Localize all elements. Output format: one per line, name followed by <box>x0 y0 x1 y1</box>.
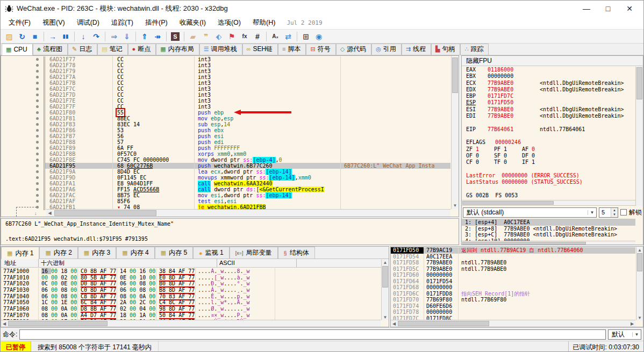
stop-icon[interactable]: ■ <box>28 31 41 42</box>
disasm-row[interactable]: 6AD21F8756push esi <box>1 133 450 139</box>
tab-symbols[interactable]: ⊟符号 <box>306 44 335 55</box>
tab-memory-map[interactable]: ▦内存布局 <box>156 44 199 55</box>
disasm-hscroll-left-icon[interactable]: ◀ <box>46 210 53 217</box>
stack-vscrollbar[interactable]: ▲ ▼ <box>636 247 643 320</box>
registers-hscrollbar[interactable] <box>462 200 635 206</box>
function-icon[interactable]: fx <box>238 31 251 42</box>
dump-vscroll-down-icon[interactable]: ▼ <box>382 314 389 320</box>
dump-hscroll-left-icon[interactable]: ◀ <box>1 320 8 327</box>
disasm-row[interactable]: 6AD21FA1E8 9A04D1FFcall wechatwin.6AA324… <box>1 181 450 186</box>
menu-item-t[interactable]: 追踪(T) <box>105 17 139 28</box>
register-row[interactable]: EFLAGS00000246 <box>462 139 635 146</box>
disasm-row[interactable]: 6AD21F9A8D4D EClea ecx,dword ptr ss:[ebp… <box>1 169 450 175</box>
tab-call-stack[interactable]: ☰调用堆栈 <box>199 44 242 55</box>
disasm-row[interactable]: 6AD21F78CCint3 <box>1 62 450 68</box>
tab-graph[interactable]: ♣流程图 <box>33 44 68 55</box>
breakpoint-dot-icon[interactable] <box>36 64 39 67</box>
dump-row[interactable]: 77AF104006 00 08 00C8 8D AF 7708 00 0A 0… <box>1 293 381 300</box>
tab-notes[interactable]: ▤笔记 <box>97 44 127 55</box>
register-text-row[interactable]: LastStatus 00000000 (STATUS_SUCCESS) <box>462 179 635 185</box>
register-row[interactable]: EBX00000000 <box>462 73 635 80</box>
disasm-vscrollbar[interactable]: ▼ <box>451 56 459 209</box>
stack-row[interactable]: 0171FD74D60FE6D6 <box>391 303 635 310</box>
register-text-row[interactable]: LastError 00000000 (ERROR_SUCCESS) <box>462 173 635 179</box>
tab-seh-chain[interactable]: ∞SEH链 <box>242 44 278 55</box>
disasm-row[interactable]: 6AD21FA6FF15 ACD5566Bcall dword ptr ds:[… <box>1 186 450 192</box>
registers-hscroll-thumb[interactable] <box>462 201 554 205</box>
pause-icon[interactable]: ▮▮ <box>59 31 72 42</box>
patch-icon[interactable]: ▰ <box>187 31 199 42</box>
dump-row[interactable]: 77AF107008 00 0A 00A4 D7 AF 7718 00 1A 0… <box>1 312 381 319</box>
step-into-icon[interactable]: ↓ <box>77 31 90 42</box>
breakpoint-dot-icon[interactable] <box>36 135 39 138</box>
flags-row[interactable]: CF 0TF 0IF 1 <box>462 159 635 166</box>
modules-icon[interactable]: ⇄ <box>282 31 295 42</box>
tab-threads[interactable]: ⇉线程 <box>402 44 431 55</box>
stack-hscroll-right-icon[interactable]: ▶ <box>629 320 635 327</box>
stack-arg-row[interactable]: 1: [esp+4] A0C17EEA <box>462 219 635 226</box>
stack-vscroll-thumb[interactable] <box>637 253 642 271</box>
stack-row[interactable]: 0171FD5877B9ABE0ntdll.77B9ABE0 <box>391 260 635 266</box>
tab-trace[interactable]: ∴跟踪 <box>460 44 489 55</box>
run-to-user-code-icon[interactable]: ↠ <box>151 31 164 42</box>
dump-hscroll-thumb[interactable] <box>8 321 108 326</box>
run-to-selection-icon[interactable]: ⇒ <box>108 31 120 42</box>
stack-row[interactable]: 0171FD5077B9AC19返回到 ntdll.77B9AC19 自 ntd… <box>391 247 635 254</box>
calling-convention-select[interactable]: 默认 (stdcall) ▼ <box>463 207 597 218</box>
tab-script[interactable]: ≡脚本 <box>278 44 306 55</box>
dump-row[interactable]: 77AF10200C 00 0E 00D0 8D AF 7706 00 08 0… <box>1 281 381 287</box>
menu-item-i[interactable]: 收藏夹(I) <box>174 17 212 28</box>
breakpoint-dot-icon[interactable] <box>36 182 39 185</box>
menu-item-d[interactable]: 调试(D) <box>71 17 105 28</box>
spinner-up-icon[interactable]: ▲ <box>611 208 618 213</box>
command-mode-select[interactable]: 默认 ▼ <box>608 329 641 340</box>
disasm-row[interactable]: 6AD21F9D0F1145 ECmovups xmmword ptr ss:[… <box>1 175 450 181</box>
stack-hscrollbar[interactable]: ◀ ▶ <box>391 320 635 327</box>
menu-item-p[interactable]: 插件(P) <box>139 17 174 28</box>
breakpoint-dot-icon[interactable] <box>36 111 39 114</box>
disasm-row[interactable]: 6AD21F7DCCint3 <box>1 92 450 98</box>
disasm-row[interactable]: 6AD21F818BECmov ebp,esp <box>1 116 450 121</box>
stack-arg-row[interactable]: 3: [esp+C] 77B9ABE0 <ntdll.DbgUiRemoteBr… <box>462 232 635 238</box>
scylla-icon[interactable]: S <box>169 31 182 42</box>
label-icon[interactable]: ⬖ <box>212 31 225 42</box>
disasm-row[interactable]: 6AD21F79CCint3 <box>1 68 450 74</box>
disasm-row[interactable]: 6AD21F8653push ebx <box>1 127 450 133</box>
breakpoint-dot-icon[interactable] <box>36 153 39 155</box>
breakpoint-dot-icon[interactable] <box>36 117 39 120</box>
disasm-row[interactable]: 6AD21F7FCCint3 <box>1 104 450 110</box>
tab-log[interactable]: ✎日志 <box>68 44 97 55</box>
args-hscrollbar[interactable] <box>462 241 635 245</box>
breakpoint-dot-icon[interactable] <box>36 58 39 61</box>
breakpoint-dot-icon[interactable] <box>36 164 39 167</box>
stack-row[interactable]: 0171FD6000000000 <box>391 272 635 278</box>
flags-row[interactable]: ZF 1PF 1AF 0 <box>462 146 635 153</box>
tab-references[interactable]: ◎引用 <box>371 44 402 55</box>
disasm-row[interactable]: 6AD21FAC8B75 ECmov esi,dword ptr ss:[ebp… <box>1 192 450 198</box>
breakpoint-dot-icon[interactable] <box>36 82 39 84</box>
chevron-down-icon[interactable]: ▼ <box>588 210 596 215</box>
registers-vscroll-thumb[interactable] <box>636 67 642 99</box>
spinner-down-icon[interactable]: ▼ <box>611 212 618 217</box>
flags-row[interactable]: OF 0SF 0DF 0 <box>462 153 635 159</box>
dump-row[interactable]: 77AF101000 00 02 0080 5B AF 770E 00 10 0… <box>1 275 381 281</box>
breakpoint-dot-icon[interactable] <box>36 147 39 149</box>
register-row[interactable]: EBP0171FD7C <box>462 93 635 99</box>
register-row[interactable]: EDI77B9ABE0<ntdll.DbgUiRemoteBreakin> <box>462 113 635 119</box>
disasm-row[interactable]: 6AD21F7BCCint3 <box>1 80 450 86</box>
chevron-down-icon[interactable]: ▼ <box>632 332 641 337</box>
bookmark-icon[interactable]: ⚑ <box>225 31 238 42</box>
dump-row[interactable]: 77AF106008 00 0A 00D8 8B AF 7702 00 04 0… <box>1 306 381 312</box>
stack-row[interactable]: 0171FD6800000000 <box>391 284 635 291</box>
register-row[interactable]: EAX01186000 <box>462 67 635 73</box>
disasm-hscrollbar[interactable]: ◀ <box>46 209 450 217</box>
command-input[interactable] <box>19 329 606 340</box>
breakpoint-dot-icon[interactable] <box>36 194 39 197</box>
minimize-button[interactable]: — <box>576 1 597 16</box>
run-icon[interactable]: → <box>46 31 59 42</box>
step-out-icon[interactable]: ⇑ <box>138 31 151 42</box>
stack-arg-row[interactable]: 2: [esp+8] 77B9ABE0 <ntdll.DbgUiRemoteBr… <box>462 226 635 232</box>
comment-icon[interactable]: ❞ <box>199 31 212 42</box>
tab-cpu[interactable]: ▦CPU <box>2 44 33 55</box>
tab-breakpoint[interactable]: ●断点 <box>128 44 156 55</box>
